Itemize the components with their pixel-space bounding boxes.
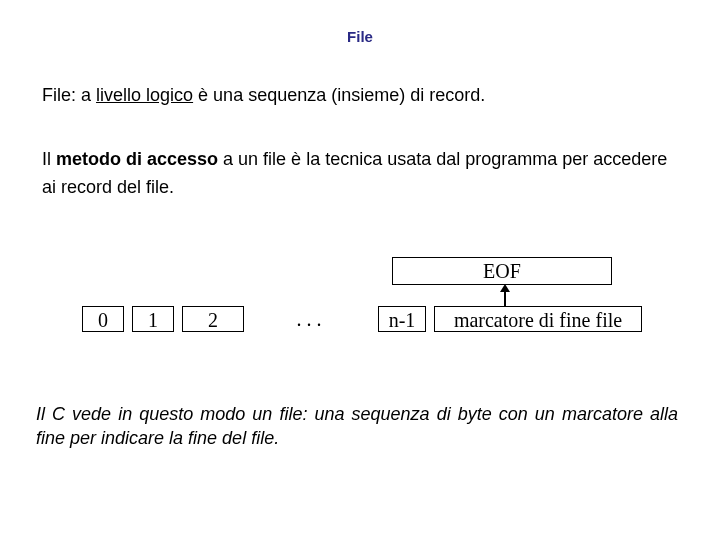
file-diagram: EOF 0 1 2 . . . n-1 marcatore di fine fi… xyxy=(0,257,720,367)
cell-0: 0 xyxy=(82,306,124,332)
cell-ellipsis: . . . xyxy=(280,306,338,332)
cell-n-1: n-1 xyxy=(378,306,426,332)
text: File: a xyxy=(42,85,96,105)
page-title: File xyxy=(0,0,720,45)
arrow-up-icon xyxy=(499,284,511,306)
eof-box: EOF xyxy=(392,257,612,285)
paragraph-access-method: Il metodo di accesso a un file è la tecn… xyxy=(42,146,670,202)
cell-2: 2 xyxy=(182,306,244,332)
cell-marker: marcatore di fine file xyxy=(434,306,642,332)
bold-text: metodo di accesso xyxy=(56,149,218,169)
underlined-text: livello logico xyxy=(96,85,193,105)
paragraph-definition: File: a livello logico è una sequenza (i… xyxy=(42,83,720,108)
text: Il xyxy=(42,149,56,169)
cell-1: 1 xyxy=(132,306,174,332)
paragraph-c-view: Il C vede in questo modo un file: una se… xyxy=(36,402,678,451)
text: è una sequenza (insieme) di record. xyxy=(193,85,485,105)
